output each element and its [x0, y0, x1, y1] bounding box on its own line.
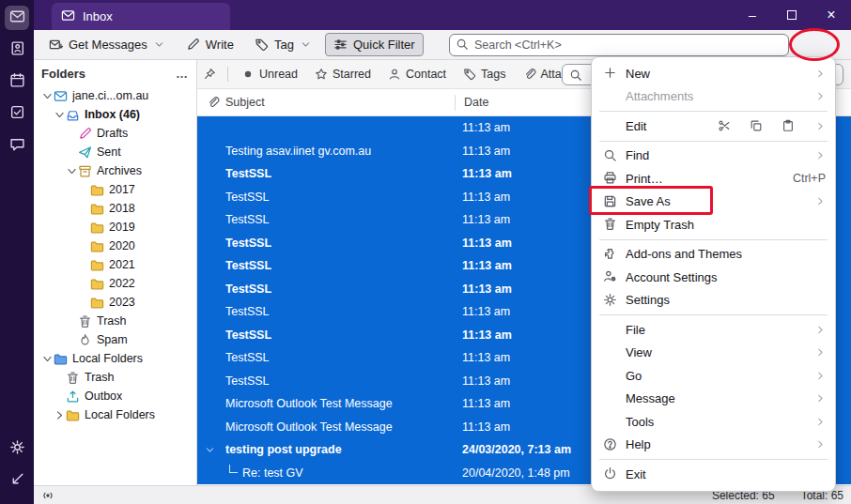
write-button[interactable]: Write: [178, 34, 241, 55]
folder-item-archives[interactable]: Archives: [34, 161, 196, 180]
folder-item-2021[interactable]: 2021: [34, 255, 196, 274]
chevron-down-icon[interactable]: [41, 352, 54, 366]
close-button[interactable]: ×: [812, 0, 851, 30]
menu-item-save-as[interactable]: Save As: [592, 191, 835, 214]
thread-expander-icon[interactable]: [205, 445, 215, 455]
space-calendar-button[interactable]: [5, 69, 29, 94]
date-column-header[interactable]: Date: [464, 96, 488, 109]
message-subject: TestSSL: [225, 259, 447, 272]
menu-item-go[interactable]: Go: [592, 364, 835, 388]
folder-icon: [90, 277, 104, 291]
settings-button[interactable]: [5, 436, 29, 461]
archive-icon: [78, 164, 92, 178]
menu-item-empty-trash[interactable]: Empty Trash: [592, 213, 835, 237]
folder-item-inbox-46-[interactable]: Inbox (46): [34, 105, 196, 124]
menu-item-file[interactable]: File: [592, 318, 835, 342]
tag-button[interactable]: Tag: [247, 34, 319, 55]
get-messages-button[interactable]: Get Messages: [41, 34, 173, 55]
settings-icon: [9, 439, 25, 458]
space-tasks-button[interactable]: [5, 101, 29, 126]
message-date: 24/03/2020, 7:13 am: [462, 443, 571, 456]
copy-icon[interactable]: [750, 119, 763, 132]
filter-unread-button[interactable]: Unread: [240, 65, 300, 84]
menu-item-account-settings[interactable]: Account Settings: [592, 266, 835, 289]
menu-item-settings[interactable]: Settings: [592, 289, 835, 313]
message-date: 11:13 am: [462, 259, 512, 272]
folder-item-2020[interactable]: 2020: [34, 237, 196, 255]
pin-icon[interactable]: [203, 68, 216, 81]
filter-starred-button[interactable]: Starred: [313, 65, 373, 84]
folder-options-button[interactable]: …: [176, 67, 189, 81]
network-status-icon[interactable]: [41, 489, 54, 502]
maximize-icon: [787, 10, 797, 20]
quick-filter-button[interactable]: Quick Filter: [325, 33, 424, 56]
folder-item-2023[interactable]: 2023: [34, 293, 196, 312]
menu-item-label: Empty Trash: [626, 218, 694, 232]
global-search: [449, 34, 789, 56]
folder-item-outbox[interactable]: Outbox: [34, 387, 196, 405]
menu-item-tools[interactable]: Tools: [592, 410, 835, 434]
settings-icon: [603, 293, 618, 308]
space-address-book-button[interactable]: [5, 38, 29, 62]
folder-item-2022[interactable]: 2022: [34, 274, 196, 293]
search-input[interactable]: [449, 34, 789, 56]
filter-tags-button[interactable]: Tags: [461, 65, 507, 84]
folder-item-trash[interactable]: Trash: [34, 368, 196, 387]
thunderbird-window: Inbox – × Get Messages Write Tag Quick F…: [0, 0, 851, 504]
menu-item-label: View: [626, 345, 652, 359]
folder-label: 2022: [109, 277, 135, 290]
unread-dot-icon: [241, 68, 255, 81]
folder-icon: [66, 408, 80, 422]
folder-item-local-folders[interactable]: Local Folders: [34, 405, 196, 424]
message-subject: testing post upgrade: [225, 443, 447, 456]
folder-item-sent[interactable]: Sent: [34, 143, 196, 161]
minimize-button[interactable]: –: [733, 0, 772, 30]
folder-item-jane-ci-om-au[interactable]: jane.ci...om.au: [34, 86, 196, 105]
edit-actions: [718, 119, 795, 132]
menu-item-find[interactable]: Find: [592, 145, 835, 168]
write-label: Write: [206, 38, 234, 52]
folder-item-local-folders[interactable]: Local Folders: [34, 349, 196, 368]
folder-item-spam[interactable]: Spam: [34, 330, 196, 349]
chevron-down-icon[interactable]: [66, 164, 78, 178]
spaces-top: [5, 6, 29, 165]
calendar-icon: [9, 72, 25, 91]
submenu-chevron-icon: [815, 69, 826, 79]
menu-item-view[interactable]: View: [592, 342, 835, 365]
chevron-down-icon[interactable]: [41, 89, 54, 103]
menu-item-help[interactable]: Help: [592, 434, 835, 457]
chevron-right-icon[interactable]: [54, 408, 66, 422]
folder-item-drafts[interactable]: Drafts: [34, 124, 196, 143]
chevron-down-icon[interactable]: [153, 39, 165, 50]
folder-item-2017[interactable]: 2017: [34, 180, 196, 199]
collapse-button[interactable]: [5, 468, 29, 493]
maximize-button[interactable]: [772, 0, 812, 30]
space-chat-button[interactable]: [5, 133, 29, 158]
subject-column-header[interactable]: Subject: [225, 96, 265, 109]
tab-inbox[interactable]: Inbox: [52, 3, 230, 30]
chevron-down-icon[interactable]: [300, 39, 312, 50]
filter-contact-button[interactable]: Contact: [386, 65, 448, 84]
folder-item-2019[interactable]: 2019: [34, 218, 196, 237]
window-controls: – ×: [733, 0, 851, 30]
paste-icon[interactable]: [781, 119, 795, 132]
menu-icon-spacer: [603, 89, 618, 104]
menu-item-edit[interactable]: Edit: [592, 115, 835, 138]
folder-icon: [90, 221, 104, 235]
filter-label: Starred: [333, 68, 371, 81]
menu-item-message[interactable]: Message: [592, 388, 835, 411]
cut-icon[interactable]: [718, 119, 731, 132]
menu-item-attachments[interactable]: Attachments: [592, 85, 835, 109]
spam-icon: [78, 333, 92, 347]
menu-item-addons-and-themes[interactable]: Add-ons and Themes: [592, 243, 835, 267]
column-divider[interactable]: [455, 95, 456, 111]
chevron-down-icon[interactable]: [54, 108, 66, 122]
space-mail-button[interactable]: [5, 6, 29, 30]
menu-item-print[interactable]: Print…Ctrl+P: [592, 167, 835, 191]
folder-label: Outbox: [85, 389, 122, 403]
folder-item-2018[interactable]: 2018: [34, 199, 196, 218]
attachment-column-header[interactable]: [207, 96, 220, 109]
menu-item-new[interactable]: New: [592, 62, 835, 85]
folder-item-trash[interactable]: Trash: [34, 312, 196, 330]
menu-item-exit[interactable]: Exit: [592, 463, 835, 486]
